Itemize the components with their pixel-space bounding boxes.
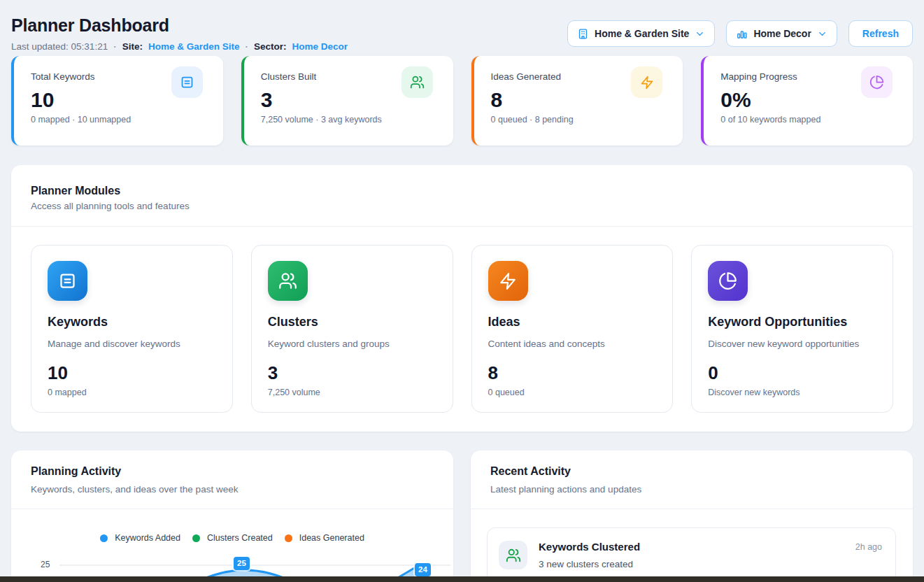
zap-icon [631, 66, 662, 98]
modules-subtitle: Access all planning tools and features [31, 201, 893, 211]
stats-row: Total Keywords 10 0 mapped · 10 unmapped… [11, 56, 913, 146]
recent-activity-panel: Recent Activity Latest planning actions … [471, 450, 913, 582]
planner-dashboard-page: Planner Dashboard Last updated: 05:31:21… [0, 0, 924, 582]
stat-card-total-keywords: Total Keywords 10 0 mapped · 10 unmapped [11, 56, 223, 146]
module-card-clusters[interactable]: Clusters Keyword clusters and groups 3 7… [251, 245, 453, 413]
bottom-dark-strip [0, 576, 924, 582]
sector-label: Sector: [254, 41, 287, 52]
users-icon [499, 541, 527, 569]
stat-card-mapping-progress: Mapping Progress 0% 0 of 10 keywords map… [701, 56, 913, 146]
page-title: Planner Dashboard [11, 15, 348, 36]
area-chart [11, 509, 456, 580]
planner-modules-panel: Planner Modules Access all planning tool… [11, 165, 913, 432]
sector-selector[interactable]: Home Decor [726, 20, 837, 47]
separator-dot: · [245, 41, 248, 52]
module-card-keywords[interactable]: Keywords Manage and discover keywords 10… [31, 245, 233, 413]
module-card-ideas[interactable]: Ideas Content ideas and concepts 8 0 que… [471, 245, 674, 413]
pie-chart-icon [861, 66, 893, 98]
module-card-keyword-opportunities[interactable]: Keyword Opportunities Discover new keywo… [691, 245, 893, 413]
zap-icon [488, 261, 528, 301]
document-icon [48, 261, 87, 301]
site-selector[interactable]: Home & Garden Site [567, 20, 715, 47]
activity-item-keywords-clustered[interactable]: Keywords Clustered 3 new clusters create… [487, 527, 896, 582]
planning-activity-title: Planning Activity [31, 465, 434, 478]
users-icon [401, 66, 433, 98]
sector-link[interactable]: Home Decor [292, 41, 348, 52]
recent-activity-subtitle: Latest planning actions and updates [490, 484, 893, 495]
separator-dot: · [113, 41, 117, 52]
activity-chart: Keywords Added Clusters Created Ideas Ge… [11, 509, 453, 580]
building-icon [577, 28, 589, 40]
last-updated-text: Last updated: 05:31:21 [11, 41, 108, 52]
point-label-25: 25 [234, 557, 250, 570]
chevron-down-icon [817, 29, 827, 39]
users-icon [268, 261, 308, 301]
planning-activity-subtitle: Keywords, clusters, and ideas over the p… [31, 484, 434, 495]
site-label: Site: [122, 41, 143, 52]
point-label-24: 24 [415, 563, 431, 576]
site-link[interactable]: Home & Garden Site [148, 41, 240, 52]
document-icon [171, 66, 203, 98]
refresh-button[interactable]: Refresh [848, 20, 913, 47]
activity-time: 2h ago [855, 542, 882, 552]
page-meta: Last updated: 05:31:21 · Site: Home & Ga… [11, 41, 348, 52]
stat-card-ideas-generated: Ideas Generated 8 0 queued · 8 pending [471, 56, 683, 146]
planning-activity-panel: Planning Activity Keywords, clusters, an… [11, 450, 453, 582]
recent-activity-title: Recent Activity [490, 465, 893, 478]
chevron-down-icon [695, 29, 705, 39]
modules-title: Planner Modules [31, 185, 893, 197]
pie-chart-icon [708, 261, 748, 301]
bar-chart-icon [736, 28, 748, 40]
page-header: Planner Dashboard Last updated: 05:31:21… [11, 0, 913, 52]
stat-card-clusters-built: Clusters Built 3 7,250 volume · 3 avg ke… [241, 56, 453, 146]
